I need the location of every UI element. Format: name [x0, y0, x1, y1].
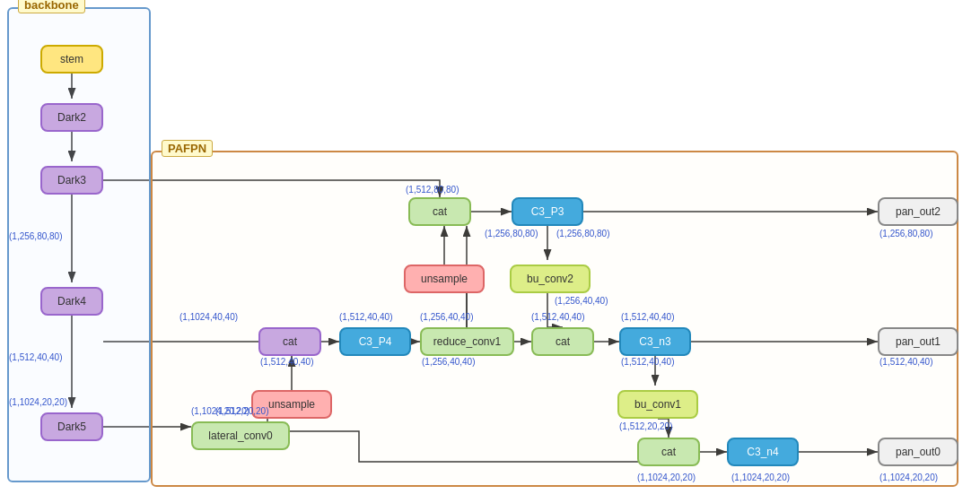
pan-out1-node: pan_out1: [878, 327, 958, 356]
backbone-group: backbone: [7, 7, 151, 482]
backbone-label: backbone: [18, 0, 85, 13]
dim-lateral-out: (1,1024,20,20): [191, 406, 249, 416]
lateral-conv0-node: lateral_conv0: [191, 421, 290, 450]
dim-c3n3-out: (1,512,40,40): [621, 357, 675, 367]
dim-cat3-in: (1,512,40,40): [531, 312, 585, 322]
dark4-node: Dark4: [40, 287, 103, 316]
dim-pan-out2: (1,256,80,80): [879, 229, 933, 238]
dim-pan-out0: (1,1024,20,20): [879, 473, 938, 482]
dim-bu-conv2-out: (1,256,40,40): [555, 296, 608, 306]
dim-reduce-in: (1,256,40,40): [420, 312, 474, 322]
dark3-node: Dark3: [40, 166, 103, 195]
pafpn-label: PAFPN: [162, 140, 213, 157]
bu-conv2-node: bu_conv2: [510, 265, 591, 293]
dim-c3p3-out: (1,256,80,80): [556, 229, 610, 238]
dim-c3p4-out: (1,512,40,40): [339, 312, 393, 322]
c3n3-node: C3_n3: [619, 327, 691, 356]
reduce-conv1-node: reduce_conv1: [420, 327, 514, 356]
cat1-node: cat: [408, 197, 471, 226]
bu-conv1-node: bu_conv1: [617, 390, 698, 419]
unsample1-node: unsample: [404, 265, 485, 293]
cat4-node: cat: [637, 438, 700, 466]
dim-bu-conv1-out: (1,512,20,20): [619, 421, 673, 431]
dim-cat1-out: (1,256,80,80): [485, 229, 538, 238]
dim-c3n4-out: (1,1024,20,20): [731, 473, 790, 482]
dim-pan-out1: (1,512,40,40): [879, 357, 933, 367]
diagram-container: backbone PAFPN stem Dark2 Dark3 Dark4 Da…: [0, 0, 980, 503]
dim-dark3-out: (1,256,80,80): [9, 231, 63, 241]
cat2-node: cat: [258, 327, 321, 356]
dim-cat4-in: (1,1024,20,20): [637, 473, 696, 482]
dim-reduce-out: (1,256,40,40): [422, 357, 476, 367]
dim-c3n3-in: (1,512,40,40): [621, 312, 675, 322]
c3n4-node: C3_n4: [727, 438, 799, 466]
cat3-node: cat: [531, 327, 594, 356]
c3p3-node: C3_P3: [512, 197, 583, 226]
dark2-node: Dark2: [40, 103, 103, 132]
dim-dark5-out: (1,1024,20,20): [9, 397, 67, 407]
pan-out0-node: pan_out0: [878, 438, 958, 466]
dim-cat2-in: (1,1024,40,40): [179, 312, 238, 322]
stem-node: stem: [40, 45, 103, 74]
dim-cat1-in: (1,512,80,80): [406, 185, 459, 195]
c3p4-node: C3_P4: [339, 327, 411, 356]
dim-dark4-out: (1,512,40,40): [9, 352, 63, 362]
dim-cat2-out: (1,512,40,40): [260, 357, 314, 367]
dark5-node: Dark5: [40, 412, 103, 441]
pan-out2-node: pan_out2: [878, 197, 958, 226]
